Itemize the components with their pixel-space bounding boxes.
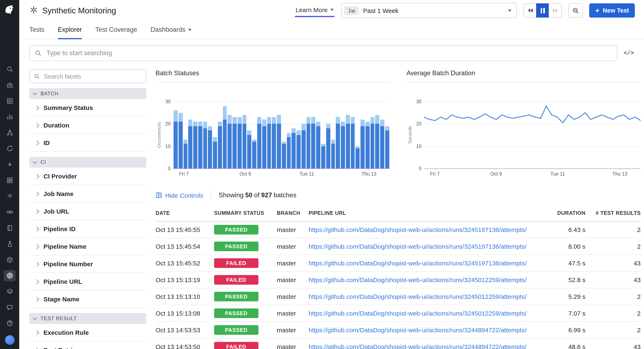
table-row[interactable]: Oct 13 14:53:50FAILEDmasterhttps://githu… — [156, 338, 641, 349]
stacked-bar[interactable] — [326, 124, 330, 168]
query-syntax-icon[interactable]: </> — [623, 48, 635, 58]
zoom-out-button[interactable] — [568, 3, 583, 17]
pipeline-url-link[interactable]: https://github.com/DataDog/shopist-web-u… — [308, 343, 526, 349]
stacked-bar[interactable] — [213, 137, 217, 168]
notebooks-icon[interactable] — [4, 222, 16, 234]
stacked-bar[interactable] — [188, 119, 192, 168]
time-range-picker[interactable]: 1w Past 1 Week — [342, 3, 517, 18]
pipeline-url-link[interactable]: https://github.com/DataDog/shopist-web-u… — [308, 310, 526, 317]
stacked-bar[interactable] — [282, 142, 286, 168]
service-links-icon[interactable] — [4, 206, 16, 218]
pipeline-url-link[interactable]: https://github.com/DataDog/shopist-web-u… — [308, 226, 526, 233]
search-icon[interactable] — [4, 63, 16, 75]
stacked-bar[interactable] — [366, 122, 370, 168]
facet-search-input[interactable] — [43, 72, 142, 80]
column-header[interactable]: DATE — [156, 207, 214, 221]
stacked-bar[interactable] — [178, 113, 183, 168]
search-bar[interactable] — [29, 45, 617, 61]
table-row[interactable]: Oct 13 15:13:08PASSEDmasterhttps://githu… — [156, 305, 641, 322]
support-chat-icon[interactable] — [4, 302, 16, 313]
column-header[interactable]: # TEST RESULTS — [586, 207, 641, 221]
facet-search[interactable] — [29, 69, 146, 83]
stacked-bar[interactable] — [183, 139, 188, 168]
tab-tests[interactable]: Tests — [29, 21, 44, 39]
watchdog-icon[interactable] — [4, 238, 16, 250]
stacked-bar[interactable] — [336, 117, 340, 168]
help-icon[interactable] — [4, 318, 16, 329]
stacked-bar[interactable] — [198, 122, 202, 168]
stacked-bar[interactable] — [232, 117, 237, 168]
facet-duration[interactable]: Duration — [29, 117, 146, 134]
search-input[interactable] — [46, 49, 612, 57]
column-header[interactable]: DURATION — [535, 207, 586, 221]
stacked-bar[interactable] — [257, 117, 261, 168]
table-row[interactable]: Oct 13 15:13:19FAILEDmasterhttps://githu… — [156, 272, 641, 288]
facet-group-test-result[interactable]: TEST RESULT — [29, 313, 146, 324]
metrics-icon[interactable] — [4, 111, 16, 122]
fast-forward-button[interactable] — [549, 3, 562, 17]
apm-icon[interactable] — [4, 127, 16, 138]
facet-group-ci[interactable]: CI — [29, 157, 146, 168]
tab-explorer[interactable]: Explorer — [58, 21, 82, 39]
stacked-bar[interactable] — [228, 115, 232, 168]
facet-fast-retries[interactable]: Fast Retries — [29, 342, 146, 349]
stacked-bar[interactable] — [360, 119, 365, 168]
column-header[interactable]: SUMMARY STATUS — [214, 207, 277, 221]
stacked-bar[interactable] — [380, 119, 384, 168]
rum-icon[interactable] — [4, 286, 16, 297]
facet-pipeline-id[interactable]: Pipeline ID — [29, 220, 146, 238]
stacked-bar[interactable] — [277, 115, 281, 168]
stacked-bar[interactable] — [316, 122, 320, 168]
software-catalog-icon[interactable] — [4, 254, 16, 265]
pipeline-url-link[interactable]: https://github.com/DataDog/shopist-web-u… — [308, 243, 526, 250]
stacked-bar[interactable] — [321, 144, 325, 168]
stacked-bar[interactable] — [375, 115, 380, 168]
facet-execution-rule[interactable]: Execution Rule — [29, 324, 146, 342]
synthetics-icon[interactable] — [4, 270, 16, 281]
facet-pipeline-url[interactable]: Pipeline URL — [29, 273, 146, 291]
facet-stage-name[interactable]: Stage Name — [29, 291, 146, 308]
new-test-button[interactable]: + New Test — [590, 3, 635, 17]
stacked-bar[interactable] — [296, 131, 301, 168]
pause-button[interactable] — [536, 3, 549, 17]
stacked-bar[interactable] — [292, 128, 296, 168]
rewind-button[interactable] — [524, 3, 537, 17]
pipeline-url-link[interactable]: https://github.com/DataDog/shopist-web-u… — [308, 293, 526, 300]
stacked-bar[interactable] — [370, 117, 374, 168]
ci-icon[interactable] — [4, 143, 16, 154]
stacked-bar[interactable] — [252, 139, 256, 168]
filters-icon[interactable] — [4, 191, 16, 202]
user-avatar[interactable] — [5, 335, 14, 345]
stacked-bar[interactable] — [174, 111, 178, 168]
stacked-bar[interactable] — [306, 117, 310, 168]
learn-more-dropdown[interactable]: Learn More — [295, 3, 335, 18]
hide-controls-button[interactable]: Hide Controls — [156, 192, 203, 199]
stacked-bar[interactable] — [208, 126, 212, 168]
stacked-bar[interactable] — [356, 146, 360, 168]
stacked-bar[interactable] — [238, 117, 242, 168]
stacked-bar[interactable] — [262, 119, 266, 168]
table-row[interactable]: Oct 13 15:45:54PASSEDmasterhttps://githu… — [156, 238, 641, 255]
facet-ci-provider[interactable]: CI Provider — [29, 168, 146, 185]
integrations-icon[interactable] — [4, 175, 16, 186]
tab-dashboards[interactable]: Dashboards — [150, 21, 192, 39]
stacked-bar[interactable] — [385, 126, 389, 168]
stacked-bar[interactable] — [272, 117, 276, 168]
pipeline-url-link[interactable]: https://github.com/DataDog/shopist-web-u… — [308, 327, 526, 334]
column-header[interactable]: BRANCH — [277, 207, 308, 221]
tab-test-coverage[interactable]: Test Coverage — [95, 21, 137, 39]
stacked-bar[interactable] — [267, 117, 271, 168]
table-row[interactable]: Oct 13 15:13:10PASSEDmasterhttps://githu… — [156, 288, 641, 305]
error-tracking-icon[interactable] — [4, 159, 16, 170]
facet-summary-status[interactable]: Summary Status — [29, 99, 146, 117]
stacked-bar[interactable] — [242, 115, 246, 168]
stacked-bar[interactable] — [311, 117, 316, 168]
infrastructure-icon[interactable] — [4, 79, 16, 91]
pipeline-url-link[interactable]: https://github.com/DataDog/shopist-web-u… — [308, 260, 526, 267]
facet-pipeline-name[interactable]: Pipeline Name — [29, 238, 146, 255]
table-row[interactable]: Oct 13 15:45:52FAILEDmasterhttps://githu… — [156, 255, 641, 272]
facet-group-batch[interactable]: BATCH — [29, 88, 146, 99]
facet-pipeline-number[interactable]: Pipeline Number — [29, 255, 146, 273]
table-row[interactable]: Oct 13 14:53:53PASSEDmasterhttps://githu… — [156, 322, 641, 338]
stacked-bar[interactable] — [331, 139, 335, 168]
